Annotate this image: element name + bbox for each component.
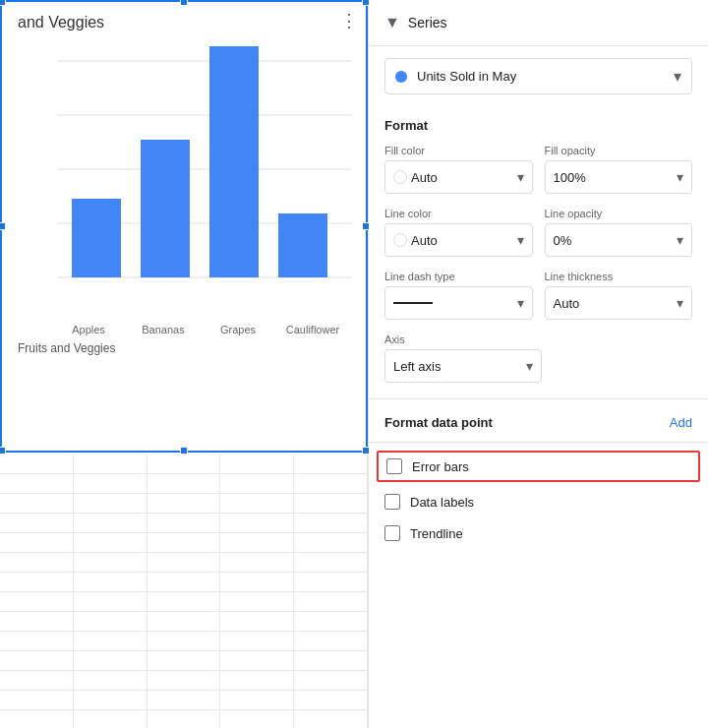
series-name-label: Units Sold in May <box>417 69 674 84</box>
grid-cell[interactable] <box>74 632 148 650</box>
grid-cell[interactable] <box>148 632 221 650</box>
grid-cell[interactable] <box>74 592 148 611</box>
add-data-point-button[interactable]: Add <box>670 415 692 430</box>
grid-cell[interactable] <box>148 553 221 572</box>
grid-cell[interactable] <box>294 474 368 493</box>
line-color-select[interactable]: Auto ▾ <box>384 223 533 257</box>
grid-cell[interactable] <box>220 691 294 709</box>
grid-cell[interactable] <box>220 612 294 631</box>
resize-handle-bl[interactable] <box>0 447 6 455</box>
grid-cell[interactable] <box>220 455 294 473</box>
grid-cell[interactable] <box>220 710 294 728</box>
grid-cell[interactable] <box>74 533 148 552</box>
grid-cell[interactable] <box>148 474 221 493</box>
grid-cell[interactable] <box>148 651 221 670</box>
bar-bananas[interactable] <box>141 140 190 277</box>
grid-cell[interactable] <box>220 474 294 493</box>
grid-cell[interactable] <box>74 494 148 513</box>
line-thickness-select[interactable]: Auto ▾ <box>545 286 693 320</box>
grid-cell[interactable] <box>0 533 74 552</box>
grid-cell[interactable] <box>148 592 221 611</box>
grid-cell[interactable] <box>220 573 294 591</box>
grid-cell[interactable] <box>220 592 294 611</box>
bar-cauliflower[interactable] <box>278 213 327 277</box>
grid-cell[interactable] <box>0 455 74 473</box>
grid-cell[interactable] <box>74 612 148 631</box>
grid-cell[interactable] <box>74 671 148 690</box>
grid-cell[interactable] <box>220 651 294 670</box>
error-bars-row[interactable]: Error bars <box>377 451 700 482</box>
grid-cell[interactable] <box>294 553 368 572</box>
grid-cell[interactable] <box>220 533 294 552</box>
grid-cell[interactable] <box>294 671 368 690</box>
grid-cell[interactable] <box>148 494 221 513</box>
grid-cell[interactable] <box>74 710 148 728</box>
grid-cell[interactable] <box>294 592 368 611</box>
resize-handle-bm[interactable] <box>180 447 188 455</box>
chart-options-icon[interactable]: ⋮ <box>340 10 358 31</box>
resize-handle-tm[interactable] <box>180 0 188 6</box>
grid-cell[interactable] <box>0 691 74 709</box>
trendline-row[interactable]: Trendline <box>384 517 692 549</box>
grid-cell[interactable] <box>74 691 148 709</box>
grid-cell[interactable] <box>0 651 74 670</box>
grid-cell[interactable] <box>0 573 74 591</box>
bar-apples[interactable] <box>72 199 121 277</box>
series-dropdown[interactable]: Units Sold in May ▾ <box>384 58 692 94</box>
grid-cell[interactable] <box>220 494 294 513</box>
grid-cell[interactable] <box>220 514 294 532</box>
grid-cell[interactable] <box>0 592 74 611</box>
line-opacity-select[interactable]: 0% ▾ <box>545 223 693 257</box>
grid-cell[interactable] <box>148 514 221 532</box>
trendline-checkbox[interactable] <box>384 525 400 541</box>
grid-cell[interactable] <box>0 494 74 513</box>
grid-cell[interactable] <box>294 710 368 728</box>
grid-cell[interactable] <box>294 651 368 670</box>
grid-cell[interactable] <box>148 612 221 631</box>
grid-cell[interactable] <box>0 553 74 572</box>
grid-cell[interactable] <box>0 671 74 690</box>
grid-cell[interactable] <box>74 573 148 591</box>
grid-cell[interactable] <box>148 691 221 709</box>
grid-cell[interactable] <box>294 455 368 473</box>
axis-select[interactable]: Left axis ▾ <box>384 349 542 383</box>
grid-cell[interactable] <box>74 514 148 532</box>
series-section-header[interactable]: ▼ Series <box>369 0 708 46</box>
grid-cell[interactable] <box>148 533 221 552</box>
spreadsheet-grid <box>0 455 368 728</box>
fill-color-select[interactable]: Auto ▾ <box>384 160 533 194</box>
fill-opacity-select[interactable]: 100% ▾ <box>545 160 693 194</box>
grid-cell[interactable] <box>294 632 368 650</box>
resize-handle-br[interactable] <box>362 447 370 455</box>
grid-cell[interactable] <box>148 455 221 473</box>
grid-cell[interactable] <box>0 710 74 728</box>
grid-cell[interactable] <box>220 671 294 690</box>
grid-cell[interactable] <box>294 514 368 532</box>
data-labels-row[interactable]: Data labels <box>384 486 692 517</box>
grid-cell[interactable] <box>294 494 368 513</box>
grid-cell[interactable] <box>294 533 368 552</box>
grid-cell[interactable] <box>0 612 74 631</box>
grid-cell[interactable] <box>294 612 368 631</box>
series-color-dot <box>395 71 407 83</box>
resize-handle-tr[interactable] <box>362 0 370 6</box>
grid-cell[interactable] <box>220 553 294 572</box>
grid-cell[interactable] <box>74 474 148 493</box>
grid-cell[interactable] <box>148 573 221 591</box>
grid-cell[interactable] <box>0 474 74 493</box>
grid-cell[interactable] <box>74 455 148 473</box>
grid-cell[interactable] <box>0 632 74 650</box>
bar-grapes[interactable] <box>209 46 259 277</box>
grid-cell[interactable] <box>74 651 148 670</box>
grid-cell[interactable] <box>74 553 148 572</box>
error-bars-checkbox[interactable] <box>386 458 402 474</box>
resize-handle-tl[interactable] <box>0 0 6 6</box>
grid-cell[interactable] <box>148 710 221 728</box>
data-labels-checkbox[interactable] <box>384 494 400 510</box>
line-dash-select[interactable]: ▾ <box>384 286 533 320</box>
grid-cell[interactable] <box>294 691 368 709</box>
grid-cell[interactable] <box>220 632 294 650</box>
grid-cell[interactable] <box>294 573 368 591</box>
grid-cell[interactable] <box>148 671 221 690</box>
grid-cell[interactable] <box>0 514 74 532</box>
